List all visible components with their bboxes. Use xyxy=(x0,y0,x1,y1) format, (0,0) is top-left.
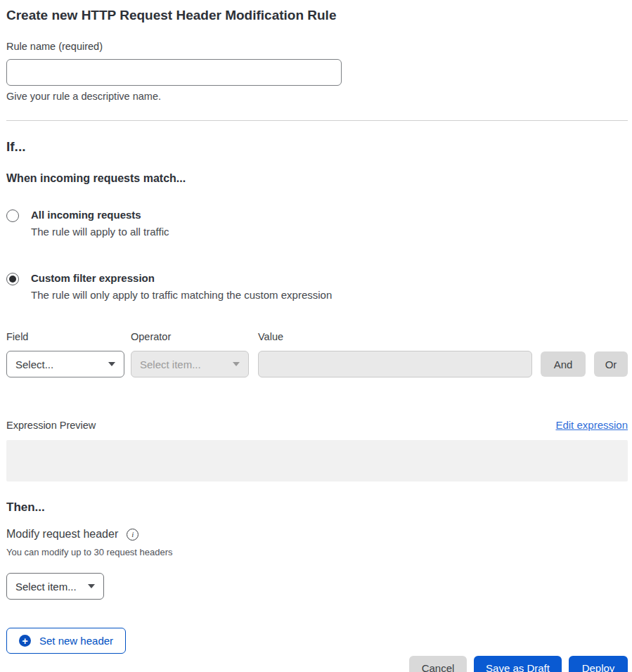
operator-select-value: Select item... xyxy=(140,358,201,370)
radio-label: Custom filter expression xyxy=(31,272,332,285)
plus-circle-icon: + xyxy=(19,635,31,647)
deploy-button[interactable]: Deploy xyxy=(569,656,628,672)
operator-label: Operator xyxy=(131,330,249,343)
radio-unselected-icon[interactable] xyxy=(6,209,19,222)
edit-expression-link[interactable]: Edit expression xyxy=(555,419,628,431)
cancel-button[interactable]: Cancel xyxy=(409,656,467,672)
footer-actions: Cancel Save as Draft Deploy xyxy=(6,656,628,672)
radio-dot xyxy=(9,276,16,283)
info-icon[interactable]: i xyxy=(127,529,138,541)
expression-preview-label: Expression Preview xyxy=(6,419,96,432)
rule-name-helper: Give your rule a descriptive name. xyxy=(6,91,628,102)
create-rule-form: Create new HTTP Request Header Modificat… xyxy=(6,0,628,672)
and-button[interactable]: And xyxy=(541,351,586,377)
set-new-header-label: Set new header xyxy=(39,635,113,647)
header-item-select-value: Select item... xyxy=(15,581,77,593)
then-heading: Then... xyxy=(6,499,628,515)
save-as-draft-button[interactable]: Save as Draft xyxy=(474,656,562,672)
rule-name-label: Rule name (required) xyxy=(6,40,628,53)
operator-select[interactable]: Select item... xyxy=(131,351,249,377)
header-item-select[interactable]: Select item... xyxy=(6,573,104,600)
chevron-down-icon xyxy=(108,362,115,366)
chevron-down-icon xyxy=(88,584,95,588)
modify-request-header-label: Modify request header xyxy=(6,528,118,541)
radio-option-all-requests[interactable]: All incoming requests The rule will appl… xyxy=(6,209,628,238)
value-label: Value xyxy=(258,330,532,343)
match-subheading: When incoming requests match... xyxy=(6,172,628,186)
modify-header-helper: You can modify up to 30 request headers xyxy=(6,547,628,557)
page-title: Create new HTTP Request Header Modificat… xyxy=(6,0,628,23)
expression-preview-box xyxy=(6,440,628,482)
radio-option-custom-expression[interactable]: Custom filter expression The rule will o… xyxy=(6,272,628,302)
value-input[interactable] xyxy=(258,351,532,377)
expression-builder-row: Field Select... Operator Select item... … xyxy=(6,330,628,377)
radio-label: All incoming requests xyxy=(31,209,169,221)
radio-description: The rule will apply to all traffic xyxy=(31,226,169,238)
field-label: Field xyxy=(6,330,124,343)
radio-description: The rule will only apply to traffic matc… xyxy=(31,289,332,302)
or-button[interactable]: Or xyxy=(594,351,628,377)
if-heading: If... xyxy=(6,138,628,155)
field-select[interactable]: Select... xyxy=(6,351,124,377)
chevron-down-icon xyxy=(233,362,240,366)
set-new-header-button[interactable]: + Set new header xyxy=(6,628,126,654)
radio-selected-icon[interactable] xyxy=(6,273,19,285)
section-divider xyxy=(6,120,628,121)
field-select-value: Select... xyxy=(15,358,53,370)
rule-name-input[interactable] xyxy=(6,59,342,86)
